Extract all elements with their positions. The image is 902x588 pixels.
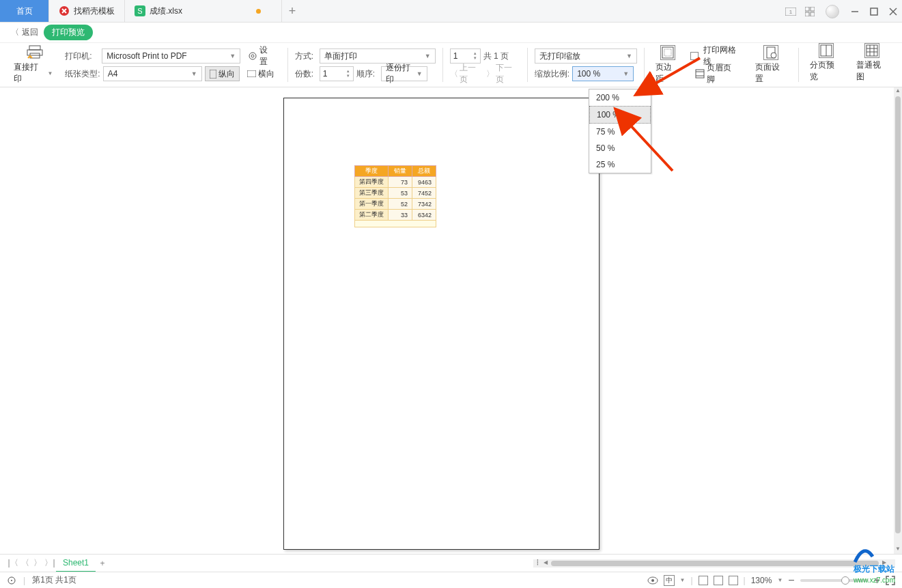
- page-break-button[interactable]: 分页预览: [806, 43, 846, 87]
- status-bar: | 第1页 共1页 中▼ | | 130%▼ − +: [0, 572, 902, 588]
- th-sales: 销量: [389, 166, 412, 177]
- zoom-percent[interactable]: 130%: [751, 576, 772, 585]
- margins-button[interactable]: 页边距: [651, 45, 684, 85]
- group-views: 分页预览 普通视图: [802, 43, 897, 87]
- vertical-scrollbar[interactable]: ▲ ▼: [894, 87, 902, 554]
- page-info: 第1页 共1页: [32, 574, 76, 586]
- svg-point-37: [651, 579, 654, 582]
- hscroll-thumb[interactable]: [551, 561, 879, 566]
- printer-value: Microsoft Print to PDF: [107, 51, 186, 61]
- settings-button[interactable]: 设置: [243, 48, 281, 64]
- doc-icon: [59, 5, 70, 16]
- order-label: 顺序:: [356, 68, 378, 80]
- hscroll-split-icon[interactable]: ┇: [533, 559, 541, 568]
- landscape-button[interactable]: 横向: [242, 66, 279, 81]
- hscroll-left-icon[interactable]: ◀: [541, 559, 550, 568]
- cell: 33: [389, 210, 412, 221]
- portrait-label: 纵向: [219, 68, 235, 80]
- svg-rect-7: [805, 12, 809, 16]
- preview-table: 季度销量总额 第四季度739463 第三季度537452 第一季度527342 …: [354, 165, 436, 227]
- maximize-button[interactable]: [865, 3, 883, 20]
- paper-combo[interactable]: A4▼: [103, 66, 202, 81]
- view-page-icon[interactable]: [714, 576, 723, 585]
- zoom-mode-combo[interactable]: 无打印缩放▼: [535, 48, 637, 64]
- svg-rect-6: [811, 7, 815, 11]
- zoom-option-50[interactable]: 50 %: [589, 140, 651, 156]
- page-setup-button[interactable]: 页面设置: [751, 45, 792, 85]
- cell: 第三季度: [355, 188, 389, 199]
- tab-add-button[interactable]: +: [282, 0, 302, 22]
- sheet-first[interactable]: |〈: [7, 557, 19, 569]
- copies-value: 1: [323, 69, 328, 79]
- scroll-down-icon[interactable]: ▼: [895, 546, 901, 554]
- th-total: 总额: [412, 166, 436, 177]
- copies-spinner[interactable]: 1▲▼: [320, 66, 354, 81]
- svg-rect-14: [27, 50, 42, 55]
- zoom-ratio-combo[interactable]: 100 %▼: [572, 66, 634, 81]
- tab-template[interactable]: 找稻壳模板: [49, 0, 125, 22]
- page-spin-value: 1: [453, 51, 458, 61]
- scroll-up-icon[interactable]: ▲: [895, 87, 901, 96]
- close-button[interactable]: [884, 3, 902, 20]
- svg-point-26: [771, 53, 776, 58]
- cell: 7452: [412, 188, 436, 199]
- printer-combo[interactable]: Microsoft Print to PDF▼: [102, 48, 240, 64]
- group-margins: 页边距 打印网格线 页眉页脚 页面设置: [647, 43, 795, 87]
- svg-rect-10: [871, 8, 877, 15]
- layout1-icon[interactable]: 1: [782, 3, 800, 20]
- ribbon: 直接打印▼ 打印机: Microsoft Print to PDF▼ 设置 纸张…: [0, 43, 902, 87]
- locate-icon[interactable]: [7, 576, 16, 585]
- sheet-tab-1[interactable]: Sheet1: [56, 555, 96, 572]
- page-spinner[interactable]: 1▲▼: [450, 48, 481, 64]
- svg-rect-29: [866, 45, 877, 56]
- preview-area: 季度销量总额 第四季度739463 第三季度537452 第一季度527342 …: [0, 87, 894, 554]
- next-page-button[interactable]: 〉下一页: [486, 62, 520, 85]
- page-setup-icon: [763, 45, 778, 60]
- view-grid-icon[interactable]: [699, 576, 708, 585]
- svg-point-16: [249, 53, 256, 59]
- header-footer-button[interactable]: 页眉页脚: [690, 66, 744, 81]
- tab-file[interactable]: S 成绩.xlsx: [125, 0, 282, 22]
- paper-label: 纸张类型:: [65, 68, 100, 80]
- copies-label: 份数:: [295, 68, 317, 80]
- svg-rect-19: [247, 70, 256, 77]
- zoom-slider-knob[interactable]: [841, 576, 849, 585]
- zoom-mode-value: 无打印缩放: [539, 51, 580, 62]
- header-footer-icon: [695, 69, 705, 79]
- normal-view-button[interactable]: 普通视图: [852, 43, 892, 87]
- minimize-button[interactable]: [846, 3, 864, 20]
- portrait-button[interactable]: 纵向: [205, 66, 240, 81]
- cell: 7342: [412, 199, 436, 210]
- scroll-thumb[interactable]: [895, 96, 901, 533]
- tab-file-label: 成绩.xlsx: [150, 5, 182, 17]
- tab-home[interactable]: 首页: [0, 0, 49, 22]
- grid-lines-check[interactable]: 打印网格线: [690, 48, 744, 64]
- ime-icon[interactable]: 中: [664, 575, 675, 586]
- sheet-last[interactable]: 〉|: [44, 557, 56, 569]
- zoom-option-25[interactable]: 25 %: [589, 156, 651, 173]
- svg-text:S: S: [137, 7, 142, 15]
- margins-label: 页边距: [656, 61, 680, 85]
- watermark-url: www.xz7.com: [854, 576, 895, 584]
- zoom-option-75[interactable]: 75 %: [589, 124, 651, 140]
- eye-icon[interactable]: [647, 576, 658, 585]
- zoom-option-200[interactable]: 200 %: [589, 89, 651, 106]
- zoom-out-button[interactable]: −: [788, 574, 794, 587]
- landscape-label: 横向: [258, 68, 274, 80]
- view-break-icon[interactable]: [729, 576, 738, 585]
- grid-icon[interactable]: [801, 3, 819, 20]
- back-button[interactable]: 〈 返回: [11, 27, 38, 38]
- avatar[interactable]: [826, 5, 839, 18]
- order-combo[interactable]: 逐份打印▼: [381, 66, 427, 81]
- mode-combo[interactable]: 单面打印▼: [320, 48, 436, 64]
- direct-print-label: 直接打印: [14, 61, 46, 85]
- sheet-prev[interactable]: 〈: [19, 557, 31, 569]
- zoom-option-100[interactable]: 100 %: [589, 106, 651, 124]
- prev-page-button[interactable]: 〈 上一页: [450, 62, 484, 85]
- sheet-next[interactable]: 〉: [31, 557, 44, 569]
- cell: 52: [389, 199, 412, 210]
- th-quarter: 季度: [355, 166, 389, 177]
- horizontal-scrollbar[interactable]: ┇ ◀ ▶: [533, 559, 895, 568]
- sheet-add-button[interactable]: +: [96, 559, 109, 568]
- direct-print-button[interactable]: 直接打印▼: [10, 45, 57, 85]
